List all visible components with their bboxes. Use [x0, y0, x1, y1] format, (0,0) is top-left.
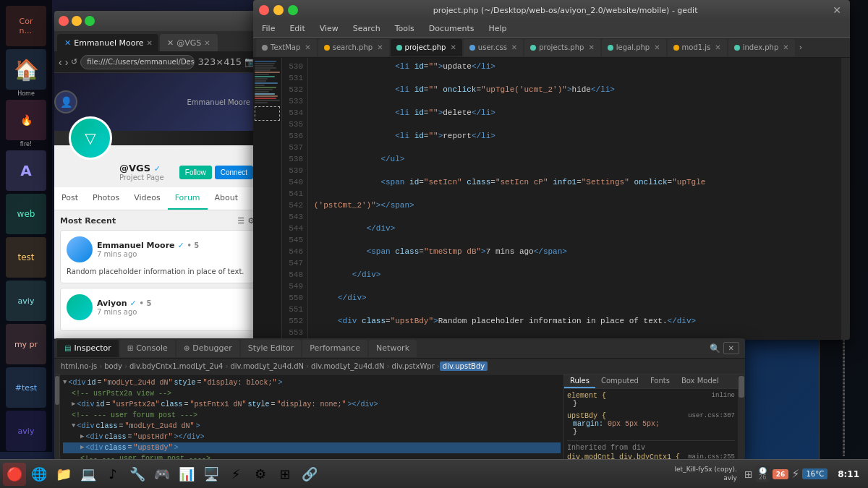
- sidebar-icon-aviy[interactable]: aviy: [6, 281, 46, 321]
- code-scrollbar[interactable]: [841, 58, 850, 340]
- nav-post[interactable]: Post: [54, 187, 85, 210]
- menu-search[interactable]: Search: [347, 22, 386, 35]
- gedit-minimize[interactable]: [273, 5, 284, 15]
- breadcrumb-modlyt2[interactable]: div.modLyt_2u4d.dN: [309, 362, 387, 370]
- taskbar-icon-stats[interactable]: 📊: [175, 463, 198, 486]
- gedit-tab-mod1[interactable]: mod1.js ✕: [668, 39, 727, 56]
- back-button[interactable]: ‹: [59, 56, 62, 68]
- sidebar-icon-0[interactable]: Corn...: [6, 6, 46, 46]
- sidebar-icon-hashtag[interactable]: #test: [6, 367, 46, 408]
- close-tab-project[interactable]: ✕: [450, 43, 456, 51]
- sidebar-item-1[interactable]: 🏠 Home: [3, 49, 49, 97]
- gedit-close[interactable]: [259, 5, 269, 15]
- nav-videos[interactable]: Videos: [127, 187, 168, 210]
- taskbar-icon-screen[interactable]: 🖥️: [200, 463, 223, 486]
- expand-2[interactable]: ▶: [72, 399, 75, 410]
- sidebar-item-2[interactable]: 🔥 fire!: [3, 100, 49, 147]
- scrollbar-thumb[interactable]: [55, 376, 59, 405]
- close-tab-2[interactable]: ✕: [204, 39, 210, 47]
- sidebar-icon-aviy2[interactable]: aviy: [6, 411, 46, 451]
- devtools-tab-performance[interactable]: Performance: [302, 340, 367, 357]
- sidebar-item-6[interactable]: aviy: [3, 281, 49, 321]
- close-tab-textmap[interactable]: ✕: [305, 43, 310, 51]
- sidebar-item-0[interactable]: Corn...: [3, 6, 49, 46]
- tray-icon-1[interactable]: ⊞: [744, 468, 753, 480]
- computed-tab[interactable]: Computed: [595, 374, 644, 388]
- close-tab-usercss[interactable]: ✕: [511, 43, 517, 51]
- nav-about[interactable]: About: [208, 187, 246, 210]
- menu-edit[interactable]: Edit: [284, 22, 310, 35]
- gedit-tab-projects[interactable]: projects.php ✕: [524, 39, 600, 56]
- taskbar-icon-ruby[interactable]: 🔴: [3, 463, 26, 486]
- filter-icon[interactable]: ☰: [237, 216, 244, 226]
- taskbar-icon-files[interactable]: 📁: [52, 463, 75, 486]
- scrollbar-thumb-right[interactable]: [739, 376, 744, 398]
- breadcrumb-modlyt1[interactable]: div.modLyt_2u4d.dN: [228, 362, 306, 370]
- breadcrumb-html[interactable]: html.no-js: [59, 362, 99, 370]
- search-icon[interactable]: 🔍: [710, 343, 720, 354]
- sidebar-icon-fire[interactable]: 🔥: [6, 100, 46, 140]
- expand-5[interactable]: ▶: [80, 442, 84, 453]
- rules-tab[interactable]: Rules: [564, 374, 595, 388]
- expand-4[interactable]: ▶: [80, 432, 84, 442]
- breadcrumb-bdycntx[interactable]: div.bdyCntx1.modLyt_2u4: [127, 362, 226, 370]
- taskbar-icon-tools[interactable]: 🔧: [126, 463, 149, 486]
- sidebar-icon-a[interactable]: A: [6, 150, 46, 191]
- gedit-tab-project[interactable]: project.php ✕: [391, 39, 462, 56]
- gedit-maximize[interactable]: [288, 5, 298, 15]
- sidebar-item-8[interactable]: #test: [3, 367, 49, 408]
- expand-1[interactable]: ▼: [63, 377, 67, 388]
- gedit-tab-search[interactable]: search.php ✕: [318, 39, 389, 56]
- close-tab-legal[interactable]: ✕: [654, 43, 660, 51]
- menu-file[interactable]: File: [256, 22, 281, 35]
- breadcrumb-pstwpr[interactable]: div.pstxWpr: [390, 362, 437, 370]
- taskbar-icon-misc[interactable]: 🔗: [298, 463, 321, 486]
- taskbar-icon-apps[interactable]: ⊞: [273, 463, 297, 486]
- taskbar-icon-settings2[interactable]: ⚙: [249, 463, 272, 486]
- sidebar-item-5[interactable]: test: [3, 237, 49, 278]
- menu-tools[interactable]: Tools: [389, 22, 420, 35]
- taskbar-icon-games[interactable]: 🎮: [150, 463, 174, 486]
- nav-forum[interactable]: Forum: [168, 187, 208, 210]
- close-tab-search[interactable]: ✕: [377, 43, 383, 51]
- devtools-tab-console[interactable]: ⊞ Console: [120, 340, 175, 357]
- fonts-tab[interactable]: Fonts: [644, 374, 676, 388]
- close-tab-1[interactable]: ✕: [147, 39, 153, 47]
- close-tab-mod1[interactable]: ✕: [715, 43, 720, 51]
- maximize-button[interactable]: [85, 16, 95, 26]
- sidebar-item-7[interactable]: my pr: [3, 324, 49, 364]
- sidebar-item-3[interactable]: A: [3, 150, 49, 191]
- url-bar[interactable]: file:///C:/users/emmanuel/Desktop/web-os…: [80, 55, 195, 69]
- gedit-tab-index[interactable]: index.php ✕: [728, 39, 795, 56]
- menu-view[interactable]: View: [314, 22, 344, 35]
- devtools-tab-style[interactable]: Style Editor: [241, 340, 302, 357]
- devtools-tab-network[interactable]: Network: [369, 340, 417, 357]
- browser-tab-emmanuel[interactable]: ✕ Emmanuel Moore ✕: [57, 34, 158, 51]
- taskbar-icon-browser[interactable]: 🌐: [27, 463, 51, 486]
- html-line-5-selected[interactable]: ▶ <div class="upstBdy">: [63, 442, 561, 453]
- battery-icon[interactable]: ⚡: [791, 467, 799, 481]
- taskbar-icon-music[interactable]: ♪: [101, 463, 124, 486]
- browser-tab-vgs[interactable]: ✕ @VGS ✕: [160, 34, 218, 51]
- gedit-close-x[interactable]: ✕: [833, 4, 844, 16]
- gedit-tab-textmap[interactable]: TextMap ✕: [256, 39, 317, 56]
- menu-help[interactable]: Help: [482, 22, 512, 35]
- menu-documents[interactable]: Documents: [423, 22, 480, 35]
- sidebar-icon-test[interactable]: test: [6, 237, 46, 278]
- close-button[interactable]: [59, 16, 69, 26]
- gedit-tab-usercss[interactable]: user.css ✕: [464, 39, 523, 56]
- sidebar-item-9[interactable]: aviy: [3, 411, 49, 451]
- sidebar-item-4[interactable]: web: [3, 194, 49, 234]
- breadcrumb-upstbdy[interactable]: div.upstBdy: [440, 361, 488, 371]
- follow-button[interactable]: Follow: [179, 166, 212, 179]
- nav-photos[interactable]: Photos: [85, 187, 127, 210]
- boxmodel-tab[interactable]: Box Model: [676, 374, 725, 388]
- devtools-tab-inspector[interactable]: ▤ Inspector: [57, 340, 119, 357]
- forward-button[interactable]: ›: [65, 56, 69, 68]
- minimize-button[interactable]: [72, 16, 82, 26]
- expand-3[interactable]: ▼: [72, 421, 75, 432]
- gedit-tab-legal[interactable]: legal.php ✕: [602, 39, 666, 56]
- devtools-close-button[interactable]: ✕: [723, 342, 739, 354]
- sidebar-icon-web[interactable]: web: [6, 194, 46, 234]
- taskbar-icon-terminal[interactable]: 💻: [77, 463, 100, 486]
